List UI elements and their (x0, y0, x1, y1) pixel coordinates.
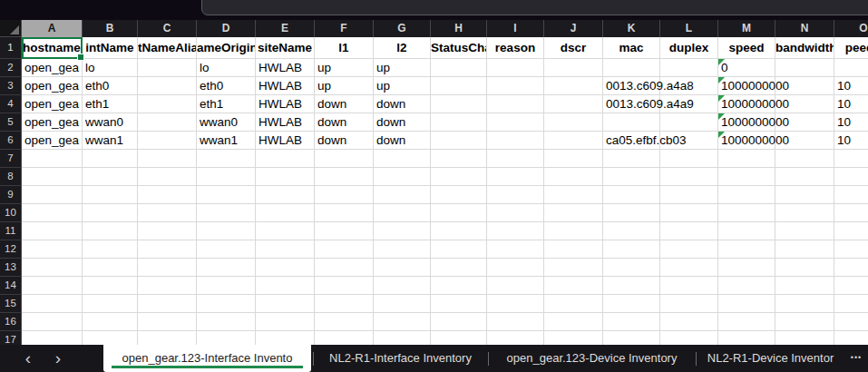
cell-N11[interactable] (775, 222, 834, 240)
cell-F16[interactable] (315, 313, 374, 331)
cell-K16[interactable] (603, 313, 660, 331)
cell-C1[interactable]: tNameAlia (138, 37, 197, 59)
cell-I10[interactable] (487, 204, 544, 222)
cell-G17[interactable] (374, 331, 431, 345)
cell-I6[interactable] (487, 132, 544, 150)
row-header-3[interactable]: 3 (0, 77, 22, 95)
cell-I4[interactable] (487, 95, 544, 113)
cell-H10[interactable] (431, 204, 487, 222)
cell-I12[interactable] (487, 240, 544, 259)
cell-M4[interactable]: 1000000000 (718, 95, 775, 113)
cell-K6[interactable]: ca05.efbf.cb03 (603, 132, 660, 150)
cell-O4[interactable]: 10 (834, 95, 868, 113)
cell-H8[interactable] (431, 168, 487, 186)
cell-M3[interactable]: 1000000000 (718, 77, 775, 95)
cell-C4[interactable] (138, 95, 197, 113)
cell-A5[interactable]: open_gea (22, 113, 83, 132)
cell-D14[interactable] (197, 277, 256, 295)
cell-C8[interactable] (138, 168, 197, 186)
cell-A2[interactable]: open_gea (22, 59, 83, 77)
column-header-M[interactable]: M (718, 20, 775, 37)
cell-B17[interactable] (83, 331, 138, 345)
cell-E5[interactable]: HWLAB (256, 113, 315, 132)
cell-J15[interactable] (544, 295, 603, 313)
next-sheet-button[interactable]: › (50, 345, 66, 372)
cell-F3[interactable]: up (315, 77, 374, 95)
cell-L14[interactable] (660, 277, 718, 295)
cell-J9[interactable] (544, 186, 603, 204)
cell-G14[interactable] (374, 277, 431, 295)
cell-I11[interactable] (487, 222, 544, 240)
cell-K14[interactable] (603, 277, 660, 295)
cell-I9[interactable] (487, 186, 544, 204)
cell-M12[interactable] (718, 240, 775, 259)
cell-C9[interactable] (138, 186, 197, 204)
cell-C16[interactable] (138, 313, 197, 331)
cell-O2[interactable] (834, 59, 868, 77)
cell-H9[interactable] (431, 186, 487, 204)
cell-D12[interactable] (197, 240, 256, 259)
row-header-16[interactable]: 16 (0, 313, 22, 331)
cell-C6[interactable] (138, 132, 197, 150)
cell-A9[interactable] (22, 186, 83, 204)
cell-N6[interactable] (775, 132, 834, 150)
cell-B16[interactable] (83, 313, 138, 331)
column-header-E[interactable]: E (256, 20, 315, 37)
cell-B14[interactable] (83, 277, 138, 295)
cell-J12[interactable] (544, 240, 603, 259)
cell-N15[interactable] (775, 295, 834, 313)
cell-F17[interactable] (315, 331, 374, 345)
cell-B12[interactable] (83, 240, 138, 259)
cell-L3[interactable] (660, 77, 718, 95)
cell-B6[interactable]: wwan1 (83, 132, 138, 150)
cell-F12[interactable] (315, 240, 374, 259)
cell-D9[interactable] (197, 186, 256, 204)
cell-A15[interactable] (22, 295, 83, 313)
cell-O16[interactable] (834, 313, 868, 331)
cell-L16[interactable] (660, 313, 718, 331)
cell-I16[interactable] (487, 313, 544, 331)
cell-B9[interactable] (83, 186, 138, 204)
cell-H3[interactable] (431, 77, 487, 95)
cell-B7[interactable] (83, 150, 138, 168)
column-header-H[interactable]: H (431, 20, 487, 37)
cell-O5[interactable]: 10 (834, 113, 868, 132)
cell-F4[interactable]: down (315, 95, 374, 113)
cell-K3[interactable]: 0013.c609.a4a8 (603, 77, 660, 95)
cell-A10[interactable] (22, 204, 83, 222)
column-header-A[interactable]: A (22, 20, 83, 37)
cell-I8[interactable] (487, 168, 544, 186)
column-header-N[interactable]: N (775, 20, 834, 37)
cell-G4[interactable]: down (374, 95, 431, 113)
cell-B15[interactable] (83, 295, 138, 313)
cell-C7[interactable] (138, 150, 197, 168)
cell-G7[interactable] (374, 150, 431, 168)
cell-M16[interactable] (718, 313, 775, 331)
cell-G2[interactable]: up (374, 59, 431, 77)
cell-D8[interactable] (197, 168, 256, 186)
cell-B8[interactable] (83, 168, 138, 186)
cell-E9[interactable] (256, 186, 315, 204)
cell-M13[interactable] (718, 259, 775, 277)
cell-J8[interactable] (544, 168, 603, 186)
cell-H11[interactable] (431, 222, 487, 240)
cell-C2[interactable] (138, 59, 197, 77)
cell-D2[interactable]: lo (197, 59, 256, 77)
cell-K12[interactable] (603, 240, 660, 259)
cell-L15[interactable] (660, 295, 718, 313)
cell-N2[interactable] (775, 59, 834, 77)
cell-A1[interactable]: hostname (22, 37, 83, 59)
cell-D16[interactable] (197, 313, 256, 331)
cell-J16[interactable] (544, 313, 603, 331)
cell-O6[interactable]: 10 (834, 132, 868, 150)
cell-E3[interactable]: HWLAB (256, 77, 315, 95)
cell-I1[interactable]: reason (487, 37, 544, 59)
cell-O12[interactable] (834, 240, 868, 259)
row-header-9[interactable]: 9 (0, 186, 22, 204)
cell-D5[interactable]: wwan0 (197, 113, 256, 132)
cell-F10[interactable] (315, 204, 374, 222)
cell-A4[interactable]: open_gea (22, 95, 83, 113)
cell-D15[interactable] (197, 295, 256, 313)
cell-B2[interactable]: lo (83, 59, 138, 77)
cell-L10[interactable] (660, 204, 718, 222)
